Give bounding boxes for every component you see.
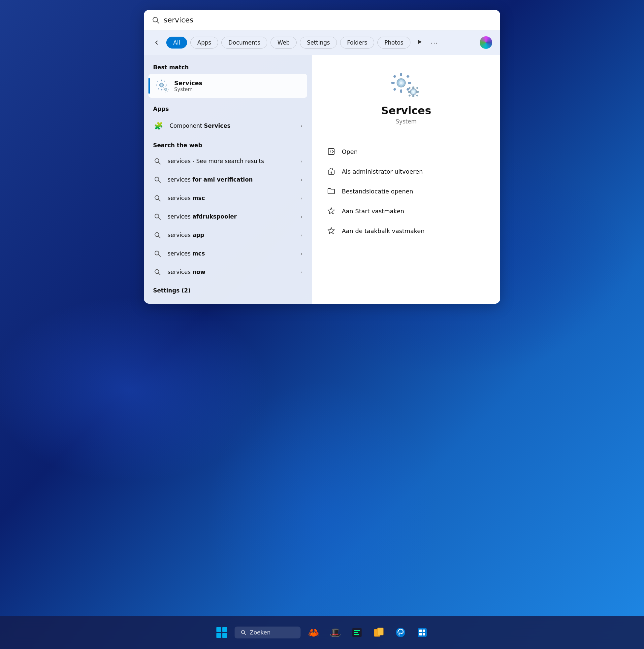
component-services-icon: 🧩 bbox=[152, 120, 164, 132]
web-search-icon-6 bbox=[152, 249, 162, 258]
detail-services-icon bbox=[389, 71, 423, 98]
detail-actions: Open Als administrator uitvoeren bbox=[312, 142, 500, 241]
svg-rect-30 bbox=[393, 88, 397, 91]
chevron-icon: › bbox=[301, 123, 303, 129]
tab-web[interactable]: Web bbox=[271, 37, 296, 48]
taskbar-app-6[interactable] bbox=[413, 623, 431, 641]
taskbar-app-4[interactable] bbox=[370, 623, 388, 641]
svg-rect-50 bbox=[217, 633, 221, 638]
list-item-services-aml[interactable]: services for aml verification › bbox=[144, 170, 312, 189]
svg-line-12 bbox=[158, 181, 160, 182]
action-pin-start-label: Aan Start vastmaken bbox=[342, 208, 404, 215]
web-item-text-1: services - See more search results bbox=[168, 158, 295, 164]
tab-all[interactable]: All bbox=[166, 37, 187, 48]
best-match-name: Services bbox=[174, 80, 298, 86]
svg-line-14 bbox=[158, 199, 160, 201]
svg-rect-51 bbox=[222, 633, 227, 638]
list-item-component-services[interactable]: 🧩 Component Services › bbox=[144, 116, 312, 136]
web-item-text-7: services now bbox=[168, 269, 295, 275]
best-match-item[interactable]: Services System bbox=[148, 74, 307, 98]
chevron-icon-3: › bbox=[301, 177, 303, 183]
search-input[interactable] bbox=[164, 16, 492, 24]
taskbar-search[interactable]: Zoeken bbox=[235, 626, 301, 639]
best-match-label: Best match bbox=[144, 61, 312, 74]
detail-title: Services bbox=[381, 104, 431, 117]
chevron-icon-6: › bbox=[301, 232, 303, 239]
web-search-icon-2 bbox=[152, 175, 162, 184]
svg-rect-64 bbox=[419, 633, 422, 636]
tab-folders[interactable]: Folders bbox=[340, 37, 374, 48]
svg-rect-41 bbox=[408, 94, 411, 97]
taskbar-app-1[interactable]: 🦀 bbox=[305, 623, 322, 641]
action-pin-start[interactable]: Aan Start vastmaken bbox=[322, 201, 490, 221]
search-panel: All Apps Documents Web Settings Folders … bbox=[144, 10, 500, 304]
copilot-button[interactable] bbox=[478, 35, 494, 50]
taskbar: Zoeken 🦀 🎩 bbox=[0, 616, 644, 649]
chevron-icon-4: › bbox=[301, 195, 303, 201]
more-button[interactable]: ··· bbox=[428, 38, 441, 48]
svg-rect-49 bbox=[222, 627, 227, 632]
back-button[interactable] bbox=[150, 36, 163, 49]
open-icon bbox=[327, 147, 336, 156]
svg-line-16 bbox=[158, 218, 160, 219]
list-item-services-more[interactable]: services - See more search results › bbox=[144, 152, 312, 170]
web-search-icon-3 bbox=[152, 193, 162, 203]
web-search-icon-7 bbox=[152, 267, 162, 277]
svg-rect-40 bbox=[416, 87, 418, 89]
web-item-text-2: services for aml verification bbox=[168, 176, 295, 183]
web-section-label: Search the web bbox=[144, 139, 312, 152]
svg-rect-59 bbox=[377, 628, 383, 635]
chevron-icon-8: › bbox=[301, 269, 303, 275]
action-folder[interactable]: Bestandslocatie openen bbox=[322, 181, 490, 201]
tab-photos[interactable]: Photos bbox=[377, 37, 410, 48]
svg-line-22 bbox=[158, 273, 160, 275]
taskbar-app-2[interactable]: 🎩 bbox=[326, 623, 344, 641]
svg-rect-55 bbox=[354, 630, 360, 631]
chevron-icon-2: › bbox=[301, 158, 303, 164]
web-item-text-6: services mcs bbox=[168, 250, 295, 257]
web-item-text-3: services msc bbox=[168, 195, 295, 201]
tab-documents[interactable]: Documents bbox=[221, 37, 267, 48]
right-panel: Services System Open bbox=[312, 55, 500, 304]
list-item-services-now[interactable]: services now › bbox=[144, 263, 312, 281]
svg-point-8 bbox=[165, 89, 166, 90]
web-search-icon-4 bbox=[152, 212, 162, 221]
best-match-type: System bbox=[174, 86, 298, 92]
action-pin-taskbar[interactable]: Aan de taakbalk vastmaken bbox=[322, 221, 490, 241]
svg-rect-24 bbox=[400, 73, 402, 76]
svg-point-44 bbox=[412, 91, 414, 93]
chevron-icon-7: › bbox=[301, 251, 303, 257]
action-admin[interactable]: Als administrator uitvoeren bbox=[322, 162, 490, 181]
taskbar-app-5[interactable] bbox=[392, 623, 409, 641]
list-item-services-afdrukspooler[interactable]: services afdrukspooler › bbox=[144, 207, 312, 226]
component-services-text: Component Services bbox=[170, 123, 295, 129]
svg-rect-61 bbox=[418, 628, 427, 637]
search-icon bbox=[152, 16, 160, 24]
tab-settings[interactable]: Settings bbox=[300, 37, 337, 48]
svg-rect-65 bbox=[423, 633, 425, 636]
tab-apps[interactable]: Apps bbox=[190, 37, 218, 48]
web-search-icon-5 bbox=[152, 230, 162, 240]
svg-rect-25 bbox=[400, 89, 402, 93]
svg-rect-56 bbox=[354, 632, 358, 633]
svg-rect-62 bbox=[419, 630, 422, 632]
filter-tabs: All Apps Documents Web Settings Folders … bbox=[144, 30, 500, 55]
detail-subtitle: System bbox=[396, 118, 416, 125]
action-open[interactable]: Open bbox=[322, 142, 490, 162]
list-item-services-msc[interactable]: services msc › bbox=[144, 189, 312, 207]
svg-rect-28 bbox=[393, 75, 397, 78]
taskbar-app-3[interactable] bbox=[348, 623, 366, 641]
apps-section-label: Apps bbox=[144, 103, 312, 116]
web-item-text-4: services afdrukspooler bbox=[168, 213, 295, 220]
action-admin-label: Als administrator uitvoeren bbox=[342, 168, 423, 175]
services-icon bbox=[155, 79, 170, 93]
svg-line-10 bbox=[158, 162, 160, 164]
list-item-services-mcs[interactable]: services mcs › bbox=[144, 244, 312, 263]
svg-line-18 bbox=[158, 236, 160, 238]
list-item-services-app[interactable]: services app › bbox=[144, 226, 312, 244]
taskbar-search-label: Zoeken bbox=[250, 629, 271, 636]
start-button[interactable] bbox=[213, 623, 231, 641]
svg-line-20 bbox=[158, 255, 160, 257]
svg-rect-63 bbox=[423, 630, 425, 632]
play-button[interactable] bbox=[414, 37, 425, 48]
